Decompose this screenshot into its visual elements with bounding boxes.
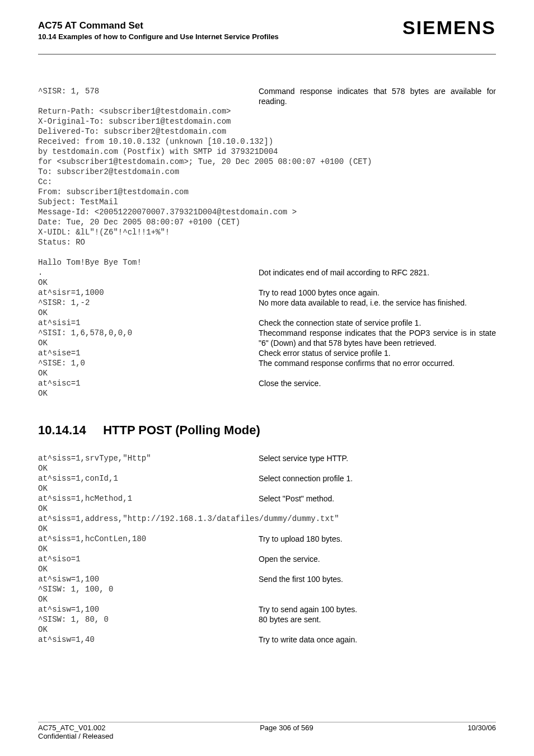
description-text: The command response confirms that no er… bbox=[259, 358, 496, 368]
terminal-output: at^siss=1,conId,1 bbox=[38, 473, 259, 483]
description-text: Check the connection state of service pr… bbox=[259, 318, 496, 328]
terminal-row: OK bbox=[38, 504, 496, 514]
terminal-row: at^sisc=1 Close the service. bbox=[38, 378, 496, 388]
description-text: Select service type HTTP. bbox=[259, 453, 496, 463]
terminal-output: OK bbox=[38, 504, 259, 514]
terminal-row: at^sisw=1,100Try to send again 100 bytes… bbox=[38, 604, 496, 614]
terminal-row: OK bbox=[38, 594, 496, 604]
terminal-output: OK bbox=[38, 308, 259, 318]
terminal-output: . bbox=[38, 267, 259, 278]
description-text: Select connection profile 1. bbox=[259, 473, 496, 483]
page-footer: AC75_ATC_V01.002 Page 306 of 569 10/30/0… bbox=[38, 722, 496, 740]
terminal-output: at^siss=1,hcMethod,1 bbox=[38, 494, 259, 504]
terminal-output: ^SISE: 1,0 bbox=[38, 358, 259, 368]
terminal-output: at^sisw=1,100 bbox=[38, 604, 259, 614]
footer-doc-id: AC75_ATC_V01.002 bbox=[38, 724, 105, 732]
terminal-row: OK bbox=[38, 483, 496, 494]
body-content: ^SISR: 1, 578 Command response indicates… bbox=[38, 86, 496, 645]
description-text: Open the service. bbox=[259, 554, 496, 564]
terminal-output: OK bbox=[38, 594, 259, 604]
footer-confidentiality: Confidential / Released bbox=[38, 732, 113, 740]
terminal-row: at^sisr=1,1000 Try to read 1000 bytes on… bbox=[38, 288, 496, 298]
description-text: Dot indicates end of mail according to R… bbox=[259, 267, 496, 278]
terminal-row: at^siss=1,address,"http://192.168.1.3/da… bbox=[38, 514, 496, 524]
terminal-row: ^SISI: 1,6,578,0,0,0 OK Thecommand respo… bbox=[38, 328, 496, 348]
footer-date: 10/30/06 bbox=[467, 724, 496, 732]
terminal-output: at^sisw=1,100 bbox=[38, 574, 259, 584]
page-header: AC75 AT Command Set 10.14 Examples of ho… bbox=[38, 20, 496, 55]
terminal-output: OK bbox=[38, 524, 259, 534]
terminal-row: OK bbox=[38, 388, 496, 398]
terminal-output: at^sisc=1 bbox=[38, 378, 259, 388]
description-text: Check error status of service profile 1. bbox=[259, 348, 496, 358]
terminal-output: at^sise=1 bbox=[38, 348, 259, 358]
description-text: Try to read 1000 bytes once again. bbox=[259, 288, 496, 298]
doc-title: AC75 AT Command Set bbox=[38, 20, 279, 31]
description-text: Command response indicates that 578 byte… bbox=[259, 86, 496, 106]
terminal-output: ^SISW: 1, 80, 0 bbox=[38, 614, 259, 624]
terminal-row: ^SISR: 1,-2 No more data available to re… bbox=[38, 298, 496, 308]
description-text: Try to write data once again. bbox=[259, 635, 496, 645]
terminal-row: at^sise=1 Check error status of service … bbox=[38, 348, 496, 358]
doc-subtitle: 10.14 Examples of how to Configure and U… bbox=[38, 32, 279, 41]
terminal-output: OK bbox=[38, 463, 259, 473]
terminal-row: at^sisw=1,40Try to write data once again… bbox=[38, 635, 496, 645]
terminal-output: ^SISI: 1,6,578,0,0,0 OK bbox=[38, 328, 259, 348]
terminal-output: at^siss=1,srvType,"Http" bbox=[38, 453, 259, 463]
terminal-row: OK bbox=[38, 544, 496, 554]
description-text: No more data available to read, i.e. the… bbox=[259, 298, 496, 308]
terminal-row: ^SISR: 1, 578 Command response indicates… bbox=[38, 86, 496, 106]
terminal-output: OK bbox=[38, 278, 259, 288]
terminal-row: ^SISW: 1, 100, 0 bbox=[38, 584, 496, 594]
terminal-row: at^siss=1,srvType,"Http"Select service t… bbox=[38, 453, 496, 463]
footer-page-number: Page 306 of 569 bbox=[260, 724, 313, 732]
description-text: Send the first 100 bytes. bbox=[259, 574, 496, 584]
terminal-output: OK bbox=[38, 544, 259, 554]
description-text: Try to upload 180 bytes. bbox=[259, 534, 496, 544]
terminal-row: OK bbox=[38, 368, 496, 378]
terminal-row: ^SISE: 1,0 The command response confirms… bbox=[38, 358, 496, 368]
terminal-row: at^sisw=1,100Send the first 100 bytes. bbox=[38, 574, 496, 584]
terminal-output: OK bbox=[38, 564, 259, 574]
description-text: Select "Post" method. bbox=[259, 494, 496, 504]
terminal-output: ^SISR: 1,-2 bbox=[38, 298, 259, 308]
terminal-row: OK bbox=[38, 278, 496, 288]
terminal-row: OK bbox=[38, 624, 496, 635]
terminal-output: OK bbox=[38, 388, 259, 398]
terminal-output: ^SISR: 1, 578 bbox=[38, 86, 259, 96]
terminal-row: at^siss=1,hcContLen,180Try to upload 180… bbox=[38, 534, 496, 544]
header-left: AC75 AT Command Set 10.14 Examples of ho… bbox=[38, 20, 279, 41]
terminal-output: at^sisw=1,40 bbox=[38, 635, 259, 645]
terminal-row: OK bbox=[38, 308, 496, 318]
description-text: Try to send again 100 bytes. bbox=[259, 604, 496, 614]
terminal-output: at^siss=1,hcContLen,180 bbox=[38, 534, 259, 544]
terminal-row: at^siss=1,hcMethod,1Select "Post" method… bbox=[38, 494, 496, 504]
terminal-output: OK bbox=[38, 624, 259, 635]
description-text: 80 bytes are sent. bbox=[259, 614, 496, 624]
terminal-row: OK bbox=[38, 564, 496, 574]
terminal-output: at^sisr=1,1000 bbox=[38, 288, 259, 298]
terminal-row: at^siso=1Open the service. bbox=[38, 554, 496, 564]
terminal-output: OK bbox=[38, 483, 259, 494]
terminal-output: at^siss=1,address,"http://192.168.1.3/da… bbox=[38, 514, 259, 524]
section-heading: 10.14.14 HTTP POST (Polling Mode) bbox=[38, 423, 496, 438]
terminal-row: at^siss=1,conId,1Select connection profi… bbox=[38, 473, 496, 483]
terminal-row: OK bbox=[38, 524, 496, 534]
section-title: HTTP POST (Polling Mode) bbox=[103, 423, 260, 437]
mail-content-block: Return-Path: <subscriber1@testdomain.com… bbox=[38, 106, 496, 267]
terminal-output: at^siso=1 bbox=[38, 554, 259, 564]
terminal-output: at^sisi=1 bbox=[38, 318, 259, 328]
description-text: Close the service. bbox=[259, 378, 496, 388]
section-number: 10.14.14 bbox=[38, 423, 100, 438]
terminal-row: ^SISW: 1, 80, 080 bytes are sent. bbox=[38, 614, 496, 624]
brand-logo: SIEMENS bbox=[402, 17, 496, 39]
terminal-row: . Dot indicates end of mail according to… bbox=[38, 267, 496, 278]
terminal-output: OK bbox=[38, 368, 259, 378]
description-text: Thecommand response indicates that the P… bbox=[259, 328, 496, 348]
terminal-output: ^SISW: 1, 100, 0 bbox=[38, 584, 259, 594]
terminal-row: OK bbox=[38, 463, 496, 473]
terminal-row: at^sisi=1 Check the connection state of … bbox=[38, 318, 496, 328]
